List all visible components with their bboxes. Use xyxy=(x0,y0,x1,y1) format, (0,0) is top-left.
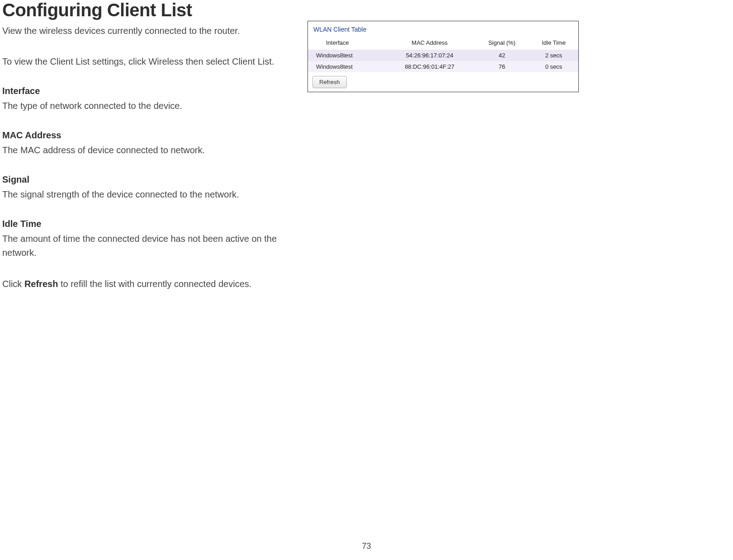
field-heading-interface: Interface xyxy=(2,86,303,96)
refresh-bold: Refresh xyxy=(24,279,58,289)
field-signal: Signal The signal strength of the device… xyxy=(2,174,303,202)
field-desc-signal: The signal strength of the device connec… xyxy=(2,188,303,202)
col-header-mac: MAC Address xyxy=(384,37,474,50)
field-interface: Interface The type of network connected … xyxy=(2,86,303,113)
col-header-signal: Signal (%) xyxy=(475,37,529,50)
cell-interface: Windows8test xyxy=(308,50,384,61)
refresh-button[interactable]: Refresh xyxy=(312,76,347,88)
cell-signal: 76 xyxy=(475,61,529,72)
table-row: Windows8test 54:26:96:17:07:24 42 2 secs xyxy=(308,50,578,61)
cell-idle: 2 secs xyxy=(529,50,578,61)
page-number: 73 xyxy=(362,541,371,551)
field-desc-interface: The type of network connected to the dev… xyxy=(2,99,303,113)
cell-idle: 0 secs xyxy=(529,61,578,72)
field-heading-mac: MAC Address xyxy=(2,130,303,141)
cell-interface: Windows8test xyxy=(308,61,384,72)
cell-mac: 88:DC:96:01:4F:27 xyxy=(384,61,474,72)
col-header-idle: Idle Time xyxy=(529,37,578,50)
field-idle-time: Idle Time The amount of time the connect… xyxy=(2,219,303,260)
wlan-client-table-panel: WLAN Client Table Interface MAC Address … xyxy=(307,21,579,92)
table-header-row: Interface MAC Address Signal (%) Idle Ti… xyxy=(308,37,578,50)
table-panel-title: WLAN Client Table xyxy=(308,21,578,37)
intro-text: View the wireless devices currently conn… xyxy=(2,24,303,38)
client-table: Interface MAC Address Signal (%) Idle Ti… xyxy=(308,37,578,72)
field-desc-mac: The MAC address of device connected to n… xyxy=(2,143,303,157)
field-mac-address: MAC Address The MAC address of device co… xyxy=(2,130,303,157)
refresh-row: Refresh xyxy=(308,72,578,92)
page-title: Configuring Client List xyxy=(2,0,303,20)
cell-mac: 54:26:96:17:07:24 xyxy=(384,50,474,61)
col-header-interface: Interface xyxy=(308,37,384,50)
nav-instructions: To view the Client List settings, click … xyxy=(2,55,303,69)
refresh-prefix: Click xyxy=(2,279,24,289)
table-row: Windows8test 88:DC:96:01:4F:27 76 0 secs xyxy=(308,61,578,72)
field-desc-idle: The amount of time the connected device … xyxy=(2,232,303,260)
field-heading-signal: Signal xyxy=(2,174,303,185)
cell-signal: 42 xyxy=(475,50,529,61)
refresh-suffix: to refill the list with currently connec… xyxy=(58,279,251,289)
field-heading-idle: Idle Time xyxy=(2,219,303,229)
refresh-instruction: Click Refresh to refill the list with cu… xyxy=(2,277,303,291)
